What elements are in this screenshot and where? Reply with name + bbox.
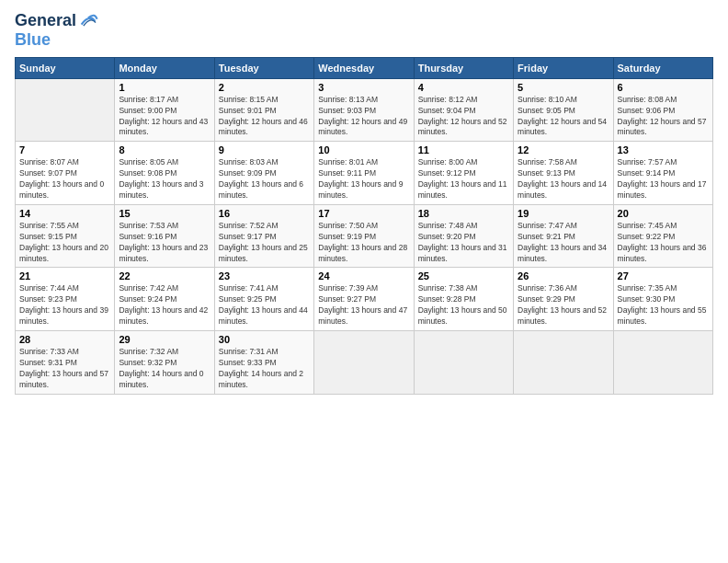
sunset-text: Sunset: 9:03 PM: [318, 106, 409, 117]
daylight-text: Daylight: 13 hours and 57 minutes.: [19, 369, 110, 391]
week-row-5: 28Sunrise: 7:33 AMSunset: 9:31 PMDayligh…: [16, 331, 713, 395]
calendar-cell: 29Sunrise: 7:32 AMSunset: 9:32 PMDayligh…: [115, 331, 214, 395]
calendar-cell: 7Sunrise: 8:07 AMSunset: 9:07 PMDaylight…: [16, 142, 115, 205]
sunset-text: Sunset: 9:09 PM: [219, 168, 310, 179]
daylight-text: Daylight: 13 hours and 47 minutes.: [318, 305, 409, 327]
cell-date-number: 5: [518, 82, 609, 93]
calendar-cell: 4Sunrise: 8:12 AMSunset: 9:04 PMDaylight…: [414, 78, 513, 142]
sunrise-text: Sunrise: 7:35 AM: [618, 283, 709, 294]
calendar-page: General Blue SundayMondayTuesdayWednesda…: [0, 0, 728, 563]
sunset-text: Sunset: 9:27 PM: [318, 294, 409, 305]
cell-date-number: 17: [318, 208, 409, 219]
sunset-text: Sunset: 9:12 PM: [418, 168, 509, 179]
sunrise-text: Sunrise: 8:07 AM: [19, 157, 110, 168]
daylight-text: Daylight: 13 hours and 31 minutes.: [418, 243, 509, 265]
daylight-text: Daylight: 13 hours and 25 minutes.: [219, 243, 310, 265]
calendar-cell: 2Sunrise: 8:15 AMSunset: 9:01 PMDaylight…: [214, 78, 313, 142]
sunset-text: Sunset: 9:15 PM: [19, 232, 110, 243]
day-header-thursday: Thursday: [414, 57, 513, 78]
daylight-text: Daylight: 13 hours and 52 minutes.: [518, 305, 609, 327]
sunset-text: Sunset: 9:21 PM: [518, 232, 609, 243]
daylight-text: Daylight: 13 hours and 39 minutes.: [19, 305, 110, 327]
cell-info: Sunrise: 7:35 AMSunset: 9:30 PMDaylight:…: [618, 283, 709, 327]
cell-info: Sunrise: 8:10 AMSunset: 9:05 PMDaylight:…: [518, 95, 609, 139]
cell-info: Sunrise: 7:42 AMSunset: 9:24 PMDaylight:…: [119, 283, 210, 327]
cell-date-number: 3: [318, 82, 409, 93]
sunset-text: Sunset: 9:32 PM: [119, 358, 210, 369]
sunset-text: Sunset: 9:17 PM: [219, 232, 310, 243]
day-header-tuesday: Tuesday: [214, 57, 313, 78]
calendar-cell: 16Sunrise: 7:52 AMSunset: 9:17 PMDayligh…: [214, 204, 313, 268]
daylight-text: Daylight: 12 hours and 46 minutes.: [219, 117, 310, 139]
cell-info: Sunrise: 7:55 AMSunset: 9:15 PMDaylight:…: [19, 221, 110, 265]
sunrise-text: Sunrise: 8:03 AM: [219, 157, 310, 168]
daylight-text: Daylight: 13 hours and 11 minutes.: [418, 179, 509, 201]
cell-info: Sunrise: 7:44 AMSunset: 9:23 PMDaylight:…: [19, 283, 110, 327]
sunset-text: Sunset: 9:14 PM: [618, 168, 709, 179]
sunset-text: Sunset: 9:30 PM: [618, 294, 709, 305]
daylight-text: Daylight: 13 hours and 6 minutes.: [219, 179, 310, 201]
sunrise-text: Sunrise: 7:47 AM: [518, 221, 609, 232]
calendar-cell: [514, 331, 613, 395]
cell-info: Sunrise: 8:03 AMSunset: 9:09 PMDaylight:…: [219, 157, 310, 201]
sunset-text: Sunset: 9:23 PM: [19, 294, 110, 305]
calendar-cell: 22Sunrise: 7:42 AMSunset: 9:24 PMDayligh…: [115, 268, 214, 331]
week-row-2: 7Sunrise: 8:07 AMSunset: 9:07 PMDaylight…: [16, 142, 713, 205]
cell-date-number: 20: [618, 208, 709, 219]
cell-date-number: 11: [418, 144, 509, 155]
cell-info: Sunrise: 7:52 AMSunset: 9:17 PMDaylight:…: [219, 221, 310, 265]
calendar-cell: 25Sunrise: 7:38 AMSunset: 9:28 PMDayligh…: [414, 268, 513, 331]
logo: General Blue: [15, 11, 98, 50]
calendar-cell: 17Sunrise: 7:50 AMSunset: 9:19 PMDayligh…: [314, 204, 414, 268]
daylight-text: Daylight: 13 hours and 55 minutes.: [618, 305, 709, 327]
calendar-cell: 19Sunrise: 7:47 AMSunset: 9:21 PMDayligh…: [514, 204, 613, 268]
cell-info: Sunrise: 7:48 AMSunset: 9:20 PMDaylight:…: [418, 221, 509, 265]
sunrise-text: Sunrise: 7:58 AM: [518, 157, 609, 168]
daylight-text: Daylight: 13 hours and 9 minutes.: [318, 179, 409, 201]
cell-date-number: 28: [19, 334, 110, 345]
daylight-text: Daylight: 12 hours and 49 minutes.: [318, 117, 409, 139]
sunset-text: Sunset: 9:29 PM: [518, 294, 609, 305]
week-row-3: 14Sunrise: 7:55 AMSunset: 9:15 PMDayligh…: [16, 204, 713, 268]
sunrise-text: Sunrise: 7:57 AM: [618, 157, 709, 168]
day-header-friday: Friday: [514, 57, 613, 78]
cell-date-number: 16: [219, 208, 310, 219]
cell-info: Sunrise: 7:32 AMSunset: 9:32 PMDaylight:…: [119, 347, 210, 391]
cell-info: Sunrise: 8:01 AMSunset: 9:11 PMDaylight:…: [318, 157, 409, 201]
cell-info: Sunrise: 7:47 AMSunset: 9:21 PMDaylight:…: [518, 221, 609, 265]
sunset-text: Sunset: 9:05 PM: [518, 106, 609, 117]
cell-date-number: 19: [518, 208, 609, 219]
sunset-text: Sunset: 9:20 PM: [418, 232, 509, 243]
cell-date-number: 8: [119, 144, 210, 155]
cell-info: Sunrise: 7:33 AMSunset: 9:31 PMDaylight:…: [19, 347, 110, 391]
calendar-cell: 9Sunrise: 8:03 AMSunset: 9:09 PMDaylight…: [214, 142, 313, 205]
sunset-text: Sunset: 9:28 PM: [418, 294, 509, 305]
sunrise-text: Sunrise: 8:05 AM: [119, 157, 210, 168]
sunrise-text: Sunrise: 7:41 AM: [219, 283, 310, 294]
calendar-cell: 27Sunrise: 7:35 AMSunset: 9:30 PMDayligh…: [613, 268, 712, 331]
cell-date-number: 24: [318, 270, 409, 282]
sunrise-text: Sunrise: 7:52 AM: [219, 221, 310, 232]
daylight-text: Daylight: 13 hours and 28 minutes.: [318, 243, 409, 265]
sunrise-text: Sunrise: 7:36 AM: [518, 283, 609, 294]
sunrise-text: Sunrise: 7:53 AM: [119, 221, 210, 232]
sunset-text: Sunset: 9:01 PM: [219, 106, 310, 117]
cell-info: Sunrise: 7:45 AMSunset: 9:22 PMDaylight:…: [618, 221, 709, 265]
calendar-cell: 30Sunrise: 7:31 AMSunset: 9:33 PMDayligh…: [214, 331, 313, 395]
sunset-text: Sunset: 9:16 PM: [119, 232, 210, 243]
cell-date-number: 25: [418, 270, 509, 282]
cell-date-number: 13: [618, 144, 709, 155]
cell-info: Sunrise: 7:41 AMSunset: 9:25 PMDaylight:…: [219, 283, 310, 327]
day-header-sunday: Sunday: [16, 57, 115, 78]
sunrise-text: Sunrise: 7:32 AM: [119, 347, 210, 358]
header: General Blue: [15, 11, 713, 50]
cell-date-number: 6: [618, 82, 709, 93]
cell-info: Sunrise: 8:12 AMSunset: 9:04 PMDaylight:…: [418, 95, 509, 139]
cell-date-number: 26: [518, 270, 609, 282]
cell-info: Sunrise: 7:57 AMSunset: 9:14 PMDaylight:…: [618, 157, 709, 201]
calendar-table: SundayMondayTuesdayWednesdayThursdayFrid…: [15, 57, 713, 395]
daylight-text: Daylight: 14 hours and 2 minutes.: [219, 369, 310, 391]
cell-date-number: 27: [618, 270, 709, 282]
cell-date-number: 12: [518, 144, 609, 155]
sunrise-text: Sunrise: 7:48 AM: [418, 221, 509, 232]
